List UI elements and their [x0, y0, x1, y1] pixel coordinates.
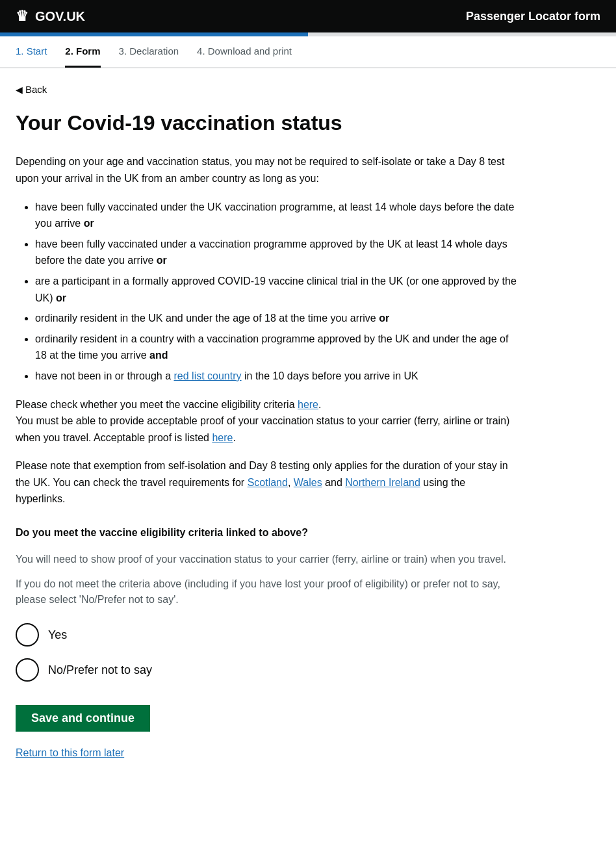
nav-label-form: 2. Form [65, 45, 100, 57]
gov-logo: ♛ GOV.UK [16, 8, 85, 25]
crown-icon: ♛ [16, 8, 29, 25]
radio-group: Yes No/Prefer not to say [16, 623, 517, 682]
header-title: Passenger Locator form [466, 10, 600, 23]
red-list-country-link[interactable]: red list country [174, 370, 242, 381]
list-item: ordinarily resident in a country with a … [35, 331, 517, 364]
nav-step-start[interactable]: 1. Start [16, 45, 47, 68]
question-heading: Do you meet the vaccine eligibility crit… [16, 527, 517, 539]
intro-text: Depending on your age and vaccination st… [16, 153, 517, 186]
back-link[interactable]: ◀ Back [16, 84, 47, 95]
nav-label-download-text: 4. Download and print [197, 45, 292, 57]
return-link[interactable]: Return to this form later [16, 747, 517, 759]
nav-link-start[interactable]: 1. Start [16, 45, 47, 57]
hint-text-1: You will need to show proof of your vacc… [16, 552, 517, 567]
radio-yes-label: Yes [48, 628, 67, 642]
page-title: Your Covid-19 vaccination status [16, 110, 517, 135]
main-content: ◀ Back Your Covid-19 vaccination status … [0, 68, 533, 785]
list-item: have been fully vaccinated under the UK … [35, 199, 517, 232]
radio-no-item[interactable]: No/Prefer not to say [16, 658, 517, 682]
radio-no-circle [16, 658, 39, 682]
logo-text: GOV.UK [35, 9, 85, 24]
nav-label-declaration: 3 [119, 45, 124, 57]
progress-bar-fill [0, 32, 308, 36]
header: ♛ GOV.UK Passenger Locator form [0, 0, 616, 32]
exemption-para: Please note that exemption from self-iso… [16, 457, 517, 507]
list-item: ordinarily resident in the UK and under … [35, 310, 517, 327]
hint-text-2: If you do not meet the criteria above (i… [16, 576, 517, 608]
back-arrow-icon: ◀ [16, 84, 23, 95]
nav-step-form: 2. Form [65, 45, 100, 68]
wales-link[interactable]: Wales [294, 477, 322, 488]
nav-step-download[interactable]: 4. Download and print [197, 45, 292, 68]
ni-link[interactable]: Northern Ireland [345, 477, 420, 488]
eligibility-para: Please check whether you meet the vaccin… [16, 396, 517, 446]
here-link-2[interactable]: here [212, 432, 233, 443]
back-link-label: Back [25, 84, 47, 95]
nav-step-declaration[interactable]: 3. Declaration [119, 45, 179, 68]
scotland-link[interactable]: Scotland [248, 477, 288, 488]
radio-no-label: No/Prefer not to say [48, 663, 152, 677]
criteria-list: have been fully vaccinated under the UK … [16, 199, 517, 385]
radio-yes-item[interactable]: Yes [16, 623, 517, 647]
list-item: have been fully vaccinated under a vacci… [35, 236, 517, 269]
list-item: have not been in or through a red list c… [35, 368, 517, 385]
save-continue-button[interactable]: Save and continue [16, 705, 150, 732]
nav-label-declaration-text: . Declaration [124, 45, 179, 57]
list-item: are a participant in a formally approved… [35, 273, 517, 306]
here-link-1[interactable]: here [298, 399, 318, 410]
radio-yes-circle [16, 623, 39, 647]
progress-bar [0, 32, 616, 36]
nav-steps: 1. Start 2. Form 3. Declaration 4. Downl… [0, 36, 616, 68]
